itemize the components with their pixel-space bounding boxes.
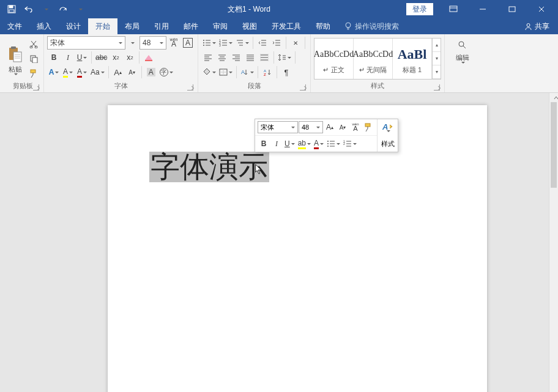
copy-icon[interactable]: [27, 52, 40, 65]
group-editing-label: [448, 71, 477, 82]
tab-references[interactable]: 引用: [147, 18, 176, 34]
mini-highlight[interactable]: ab: [297, 138, 312, 150]
show-marks-button[interactable]: ¶: [280, 65, 293, 79]
align-left-button[interactable]: [201, 51, 215, 64]
scroll-up-icon[interactable]: [549, 93, 558, 102]
highlight-button[interactable]: A: [61, 65, 75, 79]
mini-grow-font[interactable]: A▴: [324, 121, 336, 133]
italic-button[interactable]: I: [61, 51, 75, 64]
undo-icon[interactable]: [21, 2, 37, 17]
font-color-button[interactable]: A: [75, 65, 89, 79]
selected-text[interactable]: 字体演示: [149, 152, 269, 182]
format-painter-icon[interactable]: [27, 67, 40, 80]
superscript-button[interactable]: x2: [123, 51, 136, 64]
subscript-button[interactable]: x2: [109, 51, 122, 64]
save-icon[interactable]: [4, 2, 20, 17]
style-heading1[interactable]: AaBl 标题 1: [393, 39, 432, 79]
redo-icon[interactable]: [55, 2, 71, 17]
font-launcher-icon[interactable]: [187, 84, 193, 91]
mini-bullets[interactable]: [326, 138, 341, 150]
mini-styles[interactable]: A 样式: [377, 119, 398, 152]
styles-more-icon[interactable]: ▴▾▾: [432, 39, 441, 79]
login-button[interactable]: 登录: [406, 3, 433, 15]
mini-ruby[interactable]: wénA: [349, 121, 362, 133]
line-spacing-button[interactable]: [277, 51, 292, 64]
font-name-recent-drop[interactable]: [125, 36, 139, 50]
distribute-button[interactable]: [258, 51, 271, 64]
mini-font-color[interactable]: A: [313, 138, 325, 150]
tab-design[interactable]: 设计: [59, 18, 88, 34]
mini-font-name[interactable]: 宋体: [258, 121, 298, 133]
ruby-button[interactable]: wénA: [167, 36, 180, 50]
char-shading-button[interactable]: A: [144, 65, 158, 79]
styles-gallery[interactable]: AaBbCcDd ↵ 正文 AaBbCcDd ↵ 无间隔 AaBl 标题 1 ▴…: [314, 38, 441, 80]
sort-button[interactable]: AZ: [261, 65, 274, 79]
minimize-icon[interactable]: [469, 0, 497, 18]
font-name-combo[interactable]: 宋体: [47, 36, 125, 50]
increase-indent-button[interactable]: [270, 36, 283, 50]
style-no-spacing[interactable]: AaBbCcDd ↵ 无间隔: [354, 39, 393, 79]
tab-developer[interactable]: 开发工具: [264, 18, 308, 34]
text-direction-button[interactable]: A: [239, 65, 255, 79]
clear-format-button[interactable]: [142, 51, 155, 64]
tab-layout[interactable]: 布局: [117, 18, 147, 34]
tell-me[interactable]: 操作说明搜索: [338, 18, 405, 34]
tab-home[interactable]: 开始: [88, 18, 117, 34]
shrink-font-button[interactable]: A▾: [125, 65, 139, 79]
char-border-button[interactable]: A: [181, 36, 195, 50]
maximize-icon[interactable]: [498, 0, 526, 18]
clipboard-launcher-icon[interactable]: [33, 84, 39, 91]
close-icon[interactable]: [527, 0, 556, 18]
mini-underline[interactable]: U: [283, 138, 296, 150]
text-effects-button[interactable]: A: [47, 65, 61, 79]
shading-button[interactable]: [201, 65, 217, 79]
ribbon-display-icon[interactable]: [439, 0, 467, 18]
scroll-thumb[interactable]: [551, 102, 557, 188]
paste-button[interactable]: 粘贴: [5, 36, 26, 78]
tab-review[interactable]: 审阅: [206, 18, 235, 34]
align-center-button[interactable]: [215, 51, 229, 64]
tab-insert[interactable]: 插入: [29, 18, 59, 34]
paragraph-launcher-icon[interactable]: [300, 84, 306, 91]
strikethrough-button[interactable]: abc: [94, 51, 108, 64]
ribbon-tabs: 文件 插入 设计 开始 布局 引用 邮件 审阅 视图 开发工具 帮助 操作说明搜…: [0, 18, 558, 34]
enclosed-char-button[interactable]: 字: [158, 65, 174, 79]
font-size-combo[interactable]: 48: [140, 36, 166, 50]
bold-button[interactable]: B: [47, 51, 61, 64]
share-button[interactable]: 共享: [516, 18, 558, 34]
mini-italic[interactable]: I: [270, 138, 283, 150]
numbering-button[interactable]: 123: [218, 36, 234, 50]
align-right-button[interactable]: [229, 51, 243, 64]
qat-customize-icon[interactable]: [72, 2, 88, 17]
tab-help[interactable]: 帮助: [308, 18, 338, 34]
tab-view[interactable]: 视图: [235, 18, 264, 34]
find-icon[interactable]: [456, 39, 469, 52]
svg-point-33: [327, 143, 329, 144]
mini-font-size[interactable]: 48: [299, 121, 323, 133]
grow-font-button[interactable]: A▴: [111, 65, 125, 79]
tab-mailings[interactable]: 邮件: [176, 18, 206, 34]
undo-drop-icon[interactable]: [38, 2, 54, 17]
styles-launcher-icon[interactable]: [434, 84, 440, 91]
change-case-button[interactable]: Aa: [89, 65, 106, 79]
page[interactable]: 字体演示 宋体 48 A▴ A▾ wénA B I U ab: [108, 105, 487, 392]
decrease-indent-button[interactable]: [256, 36, 269, 50]
svg-rect-3: [450, 6, 457, 12]
underline-button[interactable]: U: [75, 51, 89, 64]
mini-format-painter-icon[interactable]: [362, 121, 374, 133]
vertical-scrollbar[interactable]: [549, 93, 558, 392]
paste-drop-icon[interactable]: [13, 75, 18, 78]
person-icon: [524, 23, 532, 31]
tab-file[interactable]: 文件: [0, 18, 29, 34]
justify-button[interactable]: [244, 51, 257, 64]
style-normal[interactable]: AaBbCcDd ↵ 正文: [314, 39, 354, 79]
borders-button[interactable]: [218, 65, 234, 79]
mini-shrink-font[interactable]: A▾: [337, 121, 349, 133]
editing-drop-icon[interactable]: [460, 64, 465, 71]
mini-numbering[interactable]: 12: [342, 138, 358, 150]
bullets-button[interactable]: [201, 36, 217, 50]
mini-bold[interactable]: B: [258, 138, 270, 150]
cut-icon[interactable]: [27, 37, 40, 51]
asian-layout-button[interactable]: ✕: [289, 36, 302, 50]
multilevel-button[interactable]: [234, 36, 250, 50]
